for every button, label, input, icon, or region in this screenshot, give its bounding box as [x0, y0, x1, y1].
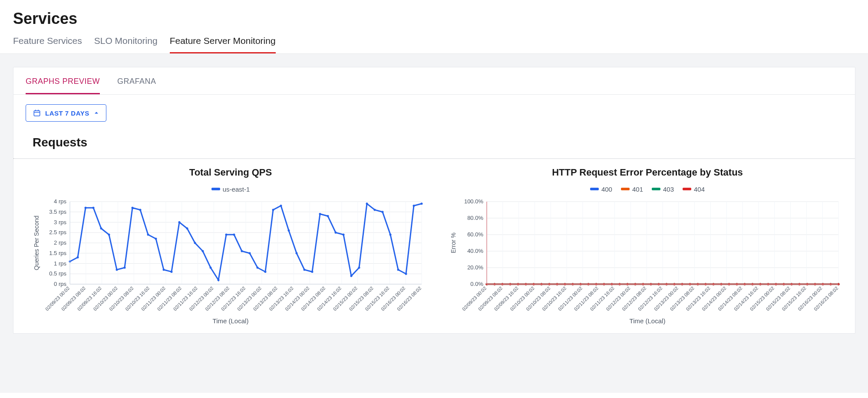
- svg-point-78: [139, 209, 142, 211]
- svg-point-104: [343, 233, 345, 235]
- monitoring-card: GRAPHS PREVIEW GRAFANA LAST 7 DAYS: [13, 67, 855, 334]
- legend-label: 404: [694, 186, 705, 193]
- svg-point-94: [264, 271, 267, 273]
- svg-text:0 rps: 0 rps: [54, 281, 66, 287]
- svg-point-99: [304, 269, 306, 271]
- svg-point-74: [108, 233, 110, 235]
- svg-point-89: [225, 233, 228, 235]
- svg-point-108: [374, 209, 376, 211]
- chevron-up-icon: [94, 110, 99, 116]
- svg-text:60.0%: 60.0%: [467, 231, 483, 238]
- svg-point-87: [210, 266, 212, 269]
- top-tabs: Feature Services SLO Monitoring Feature …: [0, 32, 868, 54]
- svg-point-82: [171, 271, 173, 273]
- svg-point-100: [311, 271, 314, 273]
- calendar-icon: [33, 109, 41, 117]
- legend-swatch-icon: [621, 188, 630, 190]
- chart-errors-legend: 400401403404: [448, 184, 847, 193]
- time-range-selector[interactable]: LAST 7 DAYS: [26, 104, 106, 122]
- svg-point-111: [397, 269, 399, 271]
- svg-text:3 rps: 3 rps: [54, 219, 66, 225]
- svg-point-90: [233, 233, 235, 235]
- svg-text:1 rps: 1 rps: [54, 260, 66, 266]
- svg-text:2.5 rps: 2.5 rps: [49, 229, 66, 235]
- svg-point-70: [77, 256, 79, 258]
- svg-text:3.5 rps: 3.5 rps: [49, 208, 66, 215]
- legend-label: 403: [663, 186, 674, 193]
- svg-point-85: [194, 242, 196, 244]
- svg-point-106: [358, 266, 360, 269]
- svg-point-80: [155, 238, 157, 240]
- chart-qps-xlabel: Time (Local): [31, 317, 430, 325]
- legend-swatch-icon: [211, 188, 220, 190]
- svg-point-105: [350, 275, 353, 277]
- chart-qps: Total Serving QPS us-east-1 0 rps0.5 rps…: [31, 167, 430, 325]
- subtab-graphs-preview[interactable]: GRAPHS PREVIEW: [26, 67, 100, 94]
- svg-rect-0: [34, 111, 40, 116]
- legend-swatch-icon: [652, 188, 660, 190]
- legend-item[interactable]: 401: [621, 186, 643, 193]
- svg-text:20.0%: 20.0%: [467, 264, 483, 271]
- controls-row: LAST 7 DAYS: [13, 95, 855, 131]
- svg-point-110: [389, 233, 392, 235]
- svg-text:2 rps: 2 rps: [54, 239, 66, 246]
- svg-point-97: [288, 229, 290, 232]
- content-area: GRAPHS PREVIEW GRAFANA LAST 7 DAYS: [0, 54, 868, 393]
- svg-point-113: [413, 205, 415, 207]
- svg-point-114: [421, 202, 423, 205]
- svg-point-109: [382, 211, 384, 213]
- svg-point-81: [163, 269, 165, 271]
- svg-point-83: [178, 221, 181, 223]
- svg-text:Error %: Error %: [450, 232, 457, 253]
- charts-row: Total Serving QPS us-east-1 0 rps0.5 rps…: [13, 159, 855, 333]
- legend-label: 401: [632, 186, 643, 193]
- svg-text:Queries Per Second: Queries Per Second: [33, 215, 40, 270]
- subtab-grafana[interactable]: GRAFANA: [117, 67, 156, 94]
- chart-errors-xlabel: Time (Local): [448, 317, 847, 325]
- svg-point-102: [327, 215, 329, 217]
- svg-text:100.0%: 100.0%: [464, 198, 484, 205]
- svg-text:0.5 rps: 0.5 rps: [49, 270, 66, 277]
- svg-point-86: [202, 250, 204, 252]
- svg-point-95: [272, 209, 274, 211]
- svg-point-72: [92, 206, 95, 209]
- svg-point-91: [241, 250, 243, 252]
- legend-swatch-icon: [590, 188, 599, 190]
- svg-point-92: [249, 252, 251, 254]
- legend-label: us-east-1: [223, 186, 250, 193]
- svg-text:40.0%: 40.0%: [467, 248, 483, 254]
- tab-feature-server-monitoring[interactable]: Feature Server Monitoring: [170, 32, 276, 53]
- chart-errors: HTTP Request Error Percentage by Status …: [448, 167, 847, 325]
- svg-point-101: [319, 213, 321, 215]
- svg-point-98: [296, 252, 298, 254]
- svg-point-79: [147, 233, 149, 235]
- legend-item[interactable]: 403: [652, 186, 674, 193]
- legend-item[interactable]: 400: [590, 186, 612, 193]
- chart-qps-canvas: 0 rps0.5 rps1 rps1.5 rps2 rps2.5 rps3 rp…: [31, 197, 430, 315]
- legend-item[interactable]: 404: [683, 186, 705, 193]
- svg-text:1.5 rps: 1.5 rps: [49, 249, 66, 256]
- svg-point-103: [335, 231, 337, 233]
- svg-point-84: [186, 227, 188, 229]
- chart-errors-canvas: 0.0%20.0%40.0%60.0%80.0%100.0%02/09/23 0…: [448, 197, 847, 315]
- tab-feature-services[interactable]: Feature Services: [13, 32, 82, 53]
- svg-point-76: [124, 266, 126, 269]
- svg-point-96: [280, 205, 282, 207]
- chart-qps-title: Total Serving QPS: [31, 167, 430, 178]
- svg-point-88: [218, 279, 220, 281]
- page-title: Services: [0, 0, 868, 32]
- svg-text:4 rps: 4 rps: [54, 198, 66, 205]
- svg-point-71: [85, 206, 87, 209]
- sub-tabs: GRAPHS PREVIEW GRAFANA: [13, 67, 855, 95]
- legend-item[interactable]: us-east-1: [211, 186, 250, 193]
- svg-point-73: [100, 227, 102, 229]
- section-title-requests: Requests: [13, 131, 855, 158]
- tab-slo-monitoring[interactable]: SLO Monitoring: [94, 32, 158, 53]
- svg-point-112: [405, 272, 407, 275]
- svg-text:80.0%: 80.0%: [467, 215, 483, 221]
- time-range-label: LAST 7 DAYS: [45, 109, 89, 117]
- chart-errors-title: HTTP Request Error Percentage by Status: [448, 167, 847, 178]
- svg-point-75: [116, 269, 118, 271]
- chart-qps-legend: us-east-1: [31, 184, 430, 193]
- legend-label: 400: [601, 186, 612, 193]
